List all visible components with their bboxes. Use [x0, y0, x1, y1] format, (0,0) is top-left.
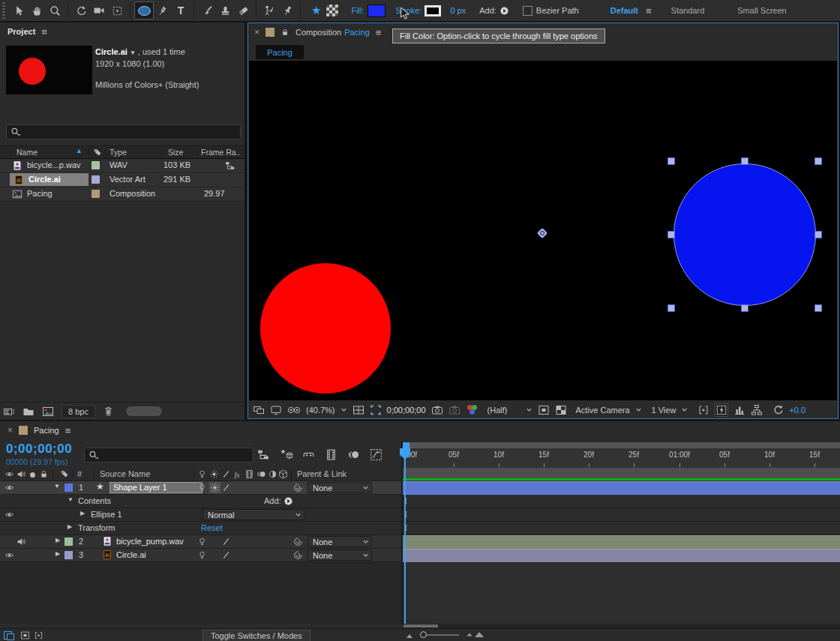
solo-column-icon[interactable]	[30, 472, 35, 478]
anchor-point-icon[interactable]	[537, 228, 548, 238]
bezier-path-label[interactable]: Bezier Path	[536, 6, 579, 15]
quality-sun-icon[interactable]	[209, 469, 219, 479]
hand-tool-button[interactable]	[28, 2, 46, 19]
region-of-interest-icon[interactable]	[370, 404, 382, 416]
label-swatch[interactable]	[92, 175, 100, 184]
collapse-transformations-switch[interactable]	[197, 550, 207, 560]
layer-row-bicycle-pump[interactable]: ▶ 2 bicycle_pump.wav None	[0, 535, 401, 549]
lock-column-icon[interactable]	[39, 469, 49, 479]
collapse-transformations-switch[interactable]	[197, 537, 207, 547]
chevron-down-icon[interactable]	[340, 406, 347, 413]
selection-handle-w[interactable]	[668, 231, 675, 238]
item-name[interactable]: bicycle...p.wav	[27, 160, 81, 169]
eye-icon[interactable]	[4, 550, 14, 560]
clone-stamp-tool-button[interactable]	[216, 2, 234, 19]
parent-pick-whip-icon[interactable]	[293, 483, 303, 493]
contents-label[interactable]: Contents	[78, 496, 111, 505]
eye-icon[interactable]	[4, 510, 14, 520]
quality-switch[interactable]	[210, 483, 220, 493]
render-time-icon[interactable]	[34, 631, 44, 640]
zoom-in-mountain-icon[interactable]	[465, 632, 484, 637]
fast-previews-button[interactable]	[715, 403, 728, 417]
reset-exposure-icon[interactable]	[772, 404, 784, 415]
stroke-color-swatch[interactable]	[424, 5, 441, 16]
puppet-pin-tool-button[interactable]	[278, 2, 296, 19]
collapsed-triangle-icon[interactable]: ▶	[56, 550, 60, 557]
selection-handle-ne[interactable]	[814, 157, 822, 165]
camera-tool-button[interactable]	[90, 2, 108, 19]
blend-mode-dropdown[interactable]: Normal	[202, 509, 304, 520]
toolbar-grip[interactable]	[2, 2, 5, 19]
add-menu-icon[interactable]	[500, 6, 509, 16]
frame-blend-column-icon[interactable]	[244, 469, 254, 479]
parent-dropdown[interactable]: None	[308, 536, 372, 547]
layer-row-ellipse[interactable]: ▶ Ellipse 1 Normal	[0, 508, 401, 522]
label-column-icon[interactable]	[60, 469, 69, 478]
layer-name-field[interactable]: Shape Layer 1	[110, 482, 202, 493]
ellipse-label[interactable]: Ellipse 1	[91, 510, 122, 519]
motion-blur-icon[interactable]	[347, 448, 360, 461]
quality-slash-switch[interactable]	[221, 483, 231, 493]
source-name-column[interactable]: Source Name	[100, 469, 150, 478]
project-panel-menu-icon[interactable]: ≡	[41, 26, 47, 37]
collapsed-triangle-icon[interactable]: ▶	[80, 510, 85, 517]
chevron-down-icon[interactable]	[635, 406, 642, 413]
column-frame-rate[interactable]: Frame Ra..	[201, 148, 241, 157]
label-column-icon[interactable]	[93, 148, 102, 157]
track-bar-circle-ai[interactable]	[403, 549, 840, 563]
selection-handle-s[interactable]	[741, 304, 748, 312]
brush-tool-button[interactable]	[198, 2, 216, 19]
selection-handle-n[interactable]	[741, 157, 748, 165]
panel-scrollbar-thumb[interactable]	[126, 406, 162, 416]
chevron-down-icon[interactable]	[526, 406, 532, 413]
view-options-eyes-icon[interactable]	[287, 404, 301, 416]
selection-handle-nw[interactable]	[668, 157, 675, 165]
transparency-swatch-icon[interactable]	[326, 4, 339, 17]
label-swatch[interactable]	[92, 161, 100, 169]
label-swatch[interactable]	[92, 190, 100, 198]
project-tab[interactable]: Project	[8, 27, 35, 36]
timeline-panel-menu-icon[interactable]: ≡	[65, 425, 71, 436]
timeline-zoom-slider-knob[interactable]	[420, 631, 427, 638]
layer-label-swatch[interactable]	[64, 484, 73, 492]
time-ruler[interactable]: 0:00f 05f 10f 15f 20f 25f 01:00f 05f 10f…	[403, 448, 840, 469]
transparency-grid-icon[interactable]	[538, 404, 550, 416]
speaker-icon[interactable]	[16, 537, 26, 547]
workspace-standard[interactable]: Standard	[671, 6, 705, 15]
graph-editor-icon[interactable]	[370, 448, 382, 461]
checkerboard-icon[interactable]	[555, 404, 567, 416]
view-layout-value[interactable]: Active Camera	[575, 406, 629, 415]
toggle-switches-modes-button[interactable]: Toggle Switches / Modes	[202, 630, 310, 641]
roto-brush-tool-button[interactable]	[260, 2, 278, 19]
layer-name[interactable]: Circle.ai	[116, 550, 146, 559]
time-navigator-bar[interactable]	[403, 468, 840, 478]
workspace-default[interactable]: Default	[610, 6, 638, 15]
close-icon[interactable]: ×	[254, 27, 260, 37]
flowchart-icon[interactable]	[751, 404, 763, 416]
fill-label[interactable]: Fill:	[351, 6, 364, 15]
effects-slash-icon[interactable]	[221, 469, 231, 479]
ellipse-tool-button[interactable]	[134, 1, 154, 19]
layer-row-circle-ai[interactable]: ▶ 3 Circle.ai None	[0, 549, 401, 562]
selection-tool-button[interactable]	[10, 2, 28, 19]
sort-ascending-icon[interactable]: ▲	[76, 147, 82, 154]
project-row-circle-ai[interactable]: Circle.ai Vector Art 291 KB	[0, 173, 244, 187]
add-shape-menu-icon[interactable]	[284, 496, 293, 506]
quality-slash-switch[interactable]	[221, 550, 231, 560]
rotation-tool-button[interactable]	[72, 2, 90, 19]
blue-circle-shape[interactable]	[674, 163, 816, 306]
pan-behind-tool-button[interactable]	[108, 2, 126, 19]
red-circle-shape[interactable]	[260, 263, 391, 394]
timeline-graph-icon[interactable]	[734, 404, 746, 416]
zoom-out-mountain-icon[interactable]	[406, 634, 412, 638]
layer-name[interactable]: bicycle_pump.wav	[116, 537, 184, 546]
composition-header-name[interactable]: Pacing	[344, 28, 370, 37]
fx-icon[interactable]	[232, 469, 242, 480]
motion-blur-column-icon[interactable]	[256, 469, 266, 479]
draft-3d-icon[interactable]	[280, 448, 292, 461]
project-row-pacing[interactable]: Pacing Composition 29.97	[0, 187, 244, 202]
channels-rgb-icon[interactable]	[466, 404, 479, 416]
track-bar-bicycle-pump[interactable]	[403, 535, 840, 550]
layer-row-transform[interactable]: ▶ Transform Reset	[0, 522, 401, 535]
quality-slash-switch[interactable]	[221, 537, 231, 547]
